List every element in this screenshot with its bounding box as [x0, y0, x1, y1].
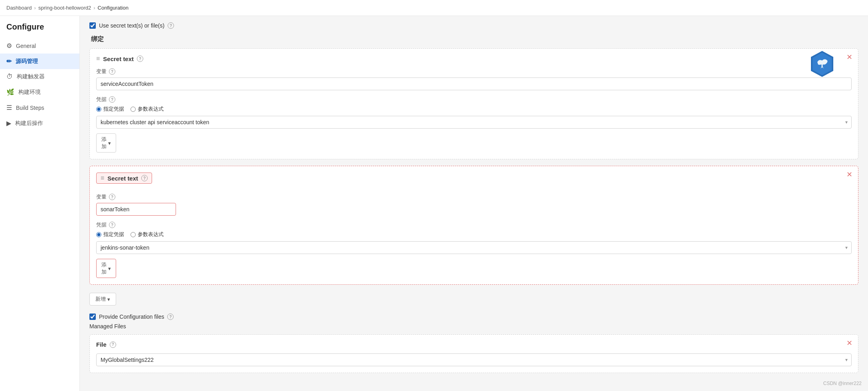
card1-credential-select-wrapper: kubernetes cluster api serviceaccount to…	[96, 116, 852, 129]
file-card-select[interactable]: MyGlobalSettings222	[96, 353, 852, 366]
card1-radio-param[interactable]: 参数表达式	[130, 105, 164, 113]
card1-credential-help[interactable]: ?	[109, 96, 115, 103]
card2-close-button[interactable]: ✕	[846, 171, 852, 178]
sidebar: Configure ⚙ General ✏ 源码管理 ⏱ 构建触发器 🌿 构建环…	[0, 16, 80, 391]
list-icon: ☰	[6, 104, 12, 111]
use-secret-help-icon[interactable]: ?	[168, 22, 174, 29]
sidebar-label-env: 构建环境	[18, 89, 41, 96]
file-card: File ? ✕ MyGlobalSettings222 ▾	[89, 334, 858, 373]
new-btn-label: 新增	[95, 296, 106, 303]
card1-header-label: Secret text	[103, 56, 134, 62]
sidebar-label-steps: Build Steps	[16, 105, 44, 111]
bird-logo	[810, 50, 834, 79]
card2-header-label: Secret text	[107, 175, 138, 182]
sidebar-item-post[interactable]: ▶ 构建后操作	[0, 115, 79, 131]
card2-variable-input[interactable]	[96, 203, 176, 216]
card1-add-label: 添加	[101, 136, 107, 150]
file-card-header: File ?	[96, 341, 852, 348]
secret-card-1: ≡ Secret text ? ✕ 变量 ?	[89, 48, 858, 159]
file-card-help-icon[interactable]: ?	[110, 341, 116, 348]
clock-icon: ⏱	[6, 73, 13, 80]
card1-add-button[interactable]: 添加 ▾	[96, 133, 116, 153]
card1-radio-group: 指定凭据 参数表达式	[96, 105, 852, 113]
card1-credential-label: 凭据 ?	[96, 96, 852, 103]
card2-variable-label: 变量 ?	[96, 193, 852, 200]
breadcrumb-sep1: ›	[34, 5, 36, 11]
file-card-header-label: File	[96, 341, 107, 348]
bird-hex-svg	[810, 50, 834, 78]
sidebar-title: Configure	[0, 22, 79, 38]
provide-files-checkbox-row: Provide Configuration files ?	[89, 314, 858, 320]
sidebar-label-trigger: 构建触发器	[17, 73, 45, 80]
breadcrumb-sep2: ›	[93, 5, 95, 11]
card1-variable-input[interactable]	[96, 77, 852, 90]
breadcrumb-current: Configuration	[98, 5, 129, 11]
drag-icon-1: ≡	[96, 55, 100, 62]
provide-files-checkbox[interactable]	[89, 314, 96, 320]
drag-icon-2: ≡	[101, 175, 104, 182]
watermark: CSDN @inner222	[823, 381, 862, 386]
card1-radio-specify[interactable]: 指定凭据	[96, 105, 124, 113]
sidebar-label-general: General	[16, 43, 36, 49]
provide-files-help-icon[interactable]: ?	[167, 314, 174, 320]
sidebar-item-steps[interactable]: ☰ Build Steps	[0, 100, 79, 115]
file-card-select-wrapper: MyGlobalSettings222 ▾	[96, 353, 852, 366]
secret-card-2: ≡ Secret text ? ✕ 变量 ? 凭据 ? 指定凭据	[89, 166, 858, 285]
card2-help-icon[interactable]: ?	[141, 175, 148, 181]
use-secret-checkbox[interactable]	[89, 22, 96, 29]
card1-credential-select[interactable]: kubernetes cluster api serviceaccount to…	[96, 116, 852, 129]
card2-credential-select-wrapper: jenkins-sonar-token ▾	[96, 241, 852, 254]
card2-add-button[interactable]: 添加 ▾	[96, 259, 116, 278]
sidebar-item-source[interactable]: ✏ 源码管理	[0, 54, 79, 69]
sidebar-item-general[interactable]: ⚙ General	[0, 38, 79, 54]
card2-credential-help[interactable]: ?	[109, 222, 115, 228]
play-icon: ▶	[6, 119, 11, 127]
use-secret-label: Use secret text(s) or file(s)	[99, 22, 164, 29]
card2-add-dropdown-arrow: ▾	[108, 266, 111, 272]
breadcrumb-project[interactable]: spring-boot-helloword2	[38, 5, 91, 11]
card1-header: ≡ Secret text ?	[96, 55, 852, 62]
card2-credential-label: 凭据 ?	[96, 221, 852, 228]
main-content: Use secret text(s) or file(s) ? 绑定 ≡ Sec…	[80, 16, 868, 391]
use-secret-checkbox-row: Use secret text(s) or file(s) ?	[89, 22, 858, 29]
bind-section-title: 绑定	[89, 35, 858, 44]
card2-radio-specify[interactable]: 指定凭据	[96, 231, 124, 238]
card2-radio-group: 指定凭据 参数表达式	[96, 231, 852, 238]
sidebar-label-source: 源码管理	[16, 58, 38, 65]
managed-files-label: Managed Files	[89, 323, 858, 329]
new-button[interactable]: 新增 ▾	[89, 293, 116, 306]
card2-radio-param[interactable]: 参数表达式	[130, 231, 164, 238]
file-card-close-button[interactable]: ✕	[846, 339, 852, 347]
leaf-icon: 🌿	[6, 88, 14, 96]
breadcrumb: Dashboard › spring-boot-helloword2 › Con…	[0, 0, 868, 16]
breadcrumb-dashboard[interactable]: Dashboard	[6, 5, 32, 11]
card1-variable-label: 变量 ?	[96, 68, 852, 75]
provide-files-label: Provide Configuration files	[99, 314, 164, 320]
card2-add-label: 添加	[101, 261, 107, 276]
sidebar-label-post: 构建后操作	[15, 120, 43, 127]
sidebar-item-trigger[interactable]: ⏱ 构建触发器	[0, 69, 79, 84]
gear-icon: ⚙	[6, 42, 12, 50]
card1-variable-help[interactable]: ?	[109, 68, 115, 75]
card1-help-icon[interactable]: ?	[137, 56, 143, 62]
pencil-icon: ✏	[6, 58, 12, 65]
card2-header: ≡ Secret text ?	[96, 173, 152, 184]
card2-credential-select[interactable]: jenkins-sonar-token	[96, 241, 852, 254]
new-btn-arrow: ▾	[107, 296, 110, 302]
card1-add-dropdown-arrow: ▾	[108, 140, 111, 146]
card2-header-wrapper: ≡ Secret text ?	[96, 173, 152, 189]
card2-variable-help[interactable]: ?	[109, 194, 115, 200]
card1-close-button[interactable]: ✕	[846, 54, 852, 61]
sidebar-item-env[interactable]: 🌿 构建环境	[0, 84, 79, 100]
